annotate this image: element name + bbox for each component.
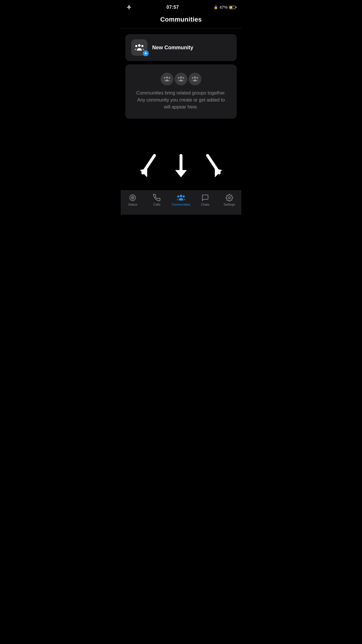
main-content: + New Community <box>121 28 241 125</box>
svg-point-24 <box>228 197 230 199</box>
group-svg-3 <box>191 76 198 82</box>
svg-point-20 <box>132 197 133 198</box>
tab-settings[interactable]: Settings <box>217 194 241 206</box>
arrows-container <box>121 136 241 195</box>
battery-percent: 47% <box>219 5 228 10</box>
svg-point-0 <box>138 44 141 47</box>
svg-point-22 <box>178 195 179 197</box>
tab-bar: Status Calls Communities <box>121 190 241 215</box>
svg-marker-13 <box>140 169 147 177</box>
chats-tab-label: Chats <box>201 203 209 206</box>
svg-point-1 <box>135 45 137 47</box>
airplane-mode-icon <box>126 4 132 10</box>
svg-point-4 <box>164 77 165 78</box>
svg-point-23 <box>183 195 184 197</box>
svg-point-10 <box>192 77 193 78</box>
tab-calls[interactable]: Calls <box>145 194 169 206</box>
group-svg-2 <box>178 76 184 82</box>
page-title: Communities <box>121 13 241 28</box>
svg-point-8 <box>182 77 184 78</box>
new-community-card[interactable]: + New Community <box>125 34 237 61</box>
group-icon-1 <box>161 73 173 85</box>
svg-point-6 <box>180 76 182 78</box>
tab-status[interactable]: Status <box>121 194 145 206</box>
lock-icon: 🔒 <box>214 5 218 9</box>
new-community-icon-wrap: + <box>131 39 147 56</box>
chats-tab-icon <box>201 194 209 202</box>
arrow-left <box>140 154 157 177</box>
plus-badge: + <box>143 50 149 56</box>
status-bar: 07:57 🔒 47% <box>121 0 241 13</box>
svg-point-3 <box>166 76 168 78</box>
calls-tab-label: Calls <box>153 203 160 206</box>
calls-tab-icon <box>153 194 161 202</box>
communities-tab-label: Communities <box>172 203 190 206</box>
info-description: Communities bring related groups togethe… <box>134 90 228 111</box>
groups-icon-row <box>161 73 201 85</box>
tab-chats[interactable]: Chats <box>193 194 217 206</box>
info-card: Communities bring related groups togethe… <box>125 64 237 119</box>
svg-marker-15 <box>175 170 187 177</box>
settings-tab-icon <box>225 194 233 202</box>
tab-communities[interactable]: Communities <box>169 194 193 206</box>
svg-point-7 <box>178 77 179 78</box>
svg-point-5 <box>168 77 170 78</box>
communities-tab-icon <box>177 194 185 202</box>
arrow-center <box>172 154 190 177</box>
svg-point-9 <box>194 76 196 78</box>
svg-point-11 <box>196 77 198 78</box>
svg-point-2 <box>141 45 143 47</box>
arrow-right <box>205 154 222 177</box>
status-tab-icon <box>129 194 137 202</box>
svg-marker-17 <box>215 169 222 177</box>
svg-point-21 <box>180 195 182 197</box>
group-svg-1 <box>164 76 171 82</box>
settings-tab-label: Settings <box>224 203 235 206</box>
status-time: 07:57 <box>166 5 179 10</box>
status-tab-label: Status <box>128 203 137 206</box>
new-community-label: New Community <box>152 45 193 51</box>
community-group-icon <box>135 43 144 52</box>
group-icon-2 <box>175 73 187 85</box>
status-right-area: 🔒 47% <box>214 5 236 10</box>
group-icon-3 <box>189 73 201 85</box>
battery-icon <box>229 6 236 9</box>
